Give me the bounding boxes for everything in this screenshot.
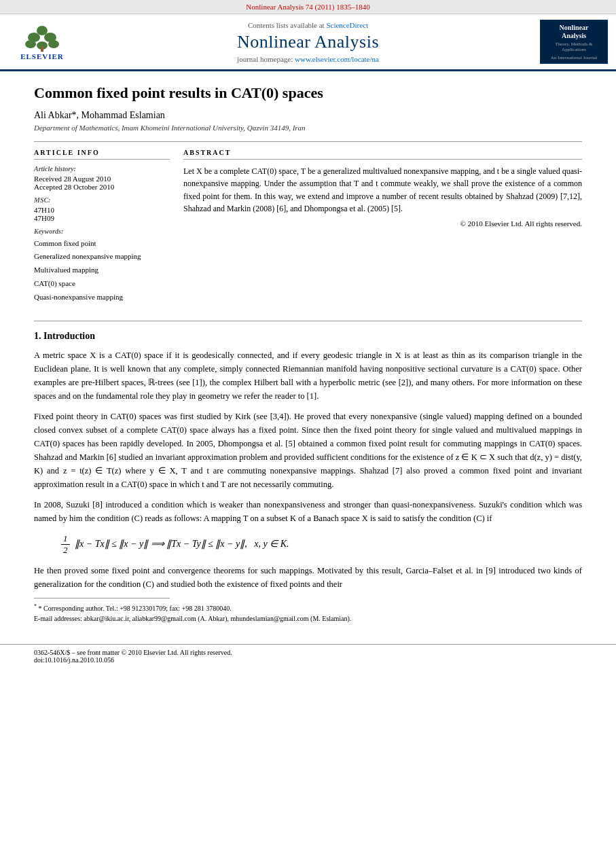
footnote-star: * * Corresponding author. Tel.: +98 9123… xyxy=(34,603,582,613)
footnote-email-text: E-mail addresses: abkar@ikiu.ac.ir, alia… xyxy=(34,615,351,622)
msc-label: MSC: xyxy=(34,196,170,204)
journal-logo-container: NonlinearAnalysis Theory, Methods & Appl… xyxy=(533,20,608,64)
journal-reference-text: Nonlinear Analysis 74 (2011) 1835–1840 xyxy=(246,3,369,11)
footnote-divider xyxy=(34,598,170,598)
journal-title: Nonlinear Analysis xyxy=(83,32,533,52)
elsevier-brand-text: ELSEVIER xyxy=(20,52,64,60)
header-divider xyxy=(34,141,582,142)
received-date: Received 28 August 2010 xyxy=(34,175,170,183)
elsevier-logo-container: ELSEVIER xyxy=(8,23,83,60)
formula-numerator: 1 xyxy=(61,533,70,545)
abstract-text: Let X be a complete CAT(0) space, T be a… xyxy=(183,165,582,215)
history-label: Article history: xyxy=(34,165,170,173)
abstract-column: Abstract Let X be a complete CAT(0) spac… xyxy=(183,149,582,310)
article-info-column: Article Info Article history: Received 2… xyxy=(34,149,170,310)
sciencedirect-label: Contents lists available at xyxy=(248,21,325,29)
abstract-label: Abstract xyxy=(183,149,582,160)
article-history-block: Article history: Received 28 August 2010… xyxy=(34,165,170,191)
sciencedirect-link: Contents lists available at ScienceDirec… xyxy=(83,21,533,29)
keyword-4: CAT(0) space xyxy=(34,277,170,291)
msc-code-1: 47H10 xyxy=(34,206,170,214)
journal-header: ELSEVIER Contents lists available at Sci… xyxy=(0,14,616,71)
footnote-email: E-mail addresses: abkar@ikiu.ac.ir, alia… xyxy=(34,613,582,624)
elsevier-tree-icon xyxy=(24,24,61,52)
intro-paragraph-1: A metric space X is a CAT(0) space if it… xyxy=(34,348,582,403)
sciencedirect-anchor[interactable]: ScienceDirect xyxy=(326,21,368,29)
journal-homepage: journal homepage: www.elsevier.com/locat… xyxy=(83,55,533,63)
formula-block: 1 2 ‖x − Tx‖ ≤ ‖x − y‖ ⟹ ‖Tx − Ty‖ ≤ ‖x … xyxy=(61,533,582,556)
keywords-block: Keywords: Common fixed point Generalized… xyxy=(34,228,170,304)
msc-block: MSC: 47H10 47H09 xyxy=(34,196,170,222)
homepage-url[interactable]: www.elsevier.com/locate/na xyxy=(295,55,379,63)
journal-reference-bar: Nonlinear Analysis 74 (2011) 1835–1840 xyxy=(0,0,616,14)
homepage-label: journal homepage: xyxy=(237,55,293,63)
intro-paragraph-3: In 2008, Suzuki [8] introduced a conditi… xyxy=(34,498,582,525)
bottom-license: 0362-546X/$ – see front matter © 2010 El… xyxy=(34,649,582,656)
keyword-5: Quasi-nonexpansive mapping xyxy=(34,291,170,304)
elsevier-logo: ELSEVIER xyxy=(8,23,76,60)
section-divider xyxy=(34,321,582,321)
intro-paragraph-2: Fixed point theory in CAT(0) spaces was … xyxy=(34,410,582,491)
keyword-1: Common fixed point xyxy=(34,237,170,251)
section-number: 1. xyxy=(34,331,41,341)
svg-point-0 xyxy=(37,26,48,35)
logo-title: NonlinearAnalysis xyxy=(560,24,589,40)
keywords-label: Keywords: xyxy=(34,228,170,235)
abstract-copyright: © 2010 Elsevier Ltd. All rights reserved… xyxy=(183,219,582,228)
formula-text: ‖x − Tx‖ ≤ ‖x − y‖ ⟹ ‖Tx − Ty‖ ≤ ‖x − y‖… xyxy=(75,538,289,548)
svg-rect-6 xyxy=(41,46,43,52)
info-abstract-columns: Article Info Article history: Received 2… xyxy=(34,149,582,310)
journal-logo-box: NonlinearAnalysis Theory, Methods & Appl… xyxy=(540,20,608,64)
bottom-doi: doi:10.1016/j.na.2010.10.056 xyxy=(34,656,582,664)
intro-paragraph-after-formula: He then proved some fixed point and conv… xyxy=(34,564,582,591)
journal-title-container: Contents lists available at ScienceDirec… xyxy=(83,21,533,63)
accepted-date: Accepted 28 October 2010 xyxy=(34,183,170,191)
logo-publisher: An International Journal xyxy=(551,55,597,60)
keyword-2: Generalized nonexpansive mapping xyxy=(34,250,170,264)
formula-fraction: 1 2 xyxy=(61,533,70,556)
paper-content: Common fixed point results in CAT(0) spa… xyxy=(0,71,616,637)
keywords-list: Common fixed point Generalized nonexpans… xyxy=(34,237,170,304)
logo-subtitle: Theory, Methods & Applications xyxy=(543,41,604,52)
svg-point-3 xyxy=(25,40,36,48)
section-title-text: Introduction xyxy=(43,331,95,341)
formula-denominator: 2 xyxy=(61,545,70,556)
keyword-3: Multivalued mapping xyxy=(34,264,170,277)
article-info-label: Article Info xyxy=(34,149,170,160)
paper-affiliation: Department of Mathematics, Imam Khomeini… xyxy=(34,124,582,132)
paper-title: Common fixed point results in CAT(0) spa… xyxy=(34,84,582,103)
bottom-bar: 0362-546X/$ – see front matter © 2010 El… xyxy=(0,644,616,668)
paper-authors: Ali Abkar*, Mohammad Eslamian xyxy=(34,110,582,121)
introduction-title: 1. Introduction xyxy=(34,331,582,342)
svg-point-5 xyxy=(48,40,59,48)
msc-code-2: 47H09 xyxy=(34,214,170,222)
